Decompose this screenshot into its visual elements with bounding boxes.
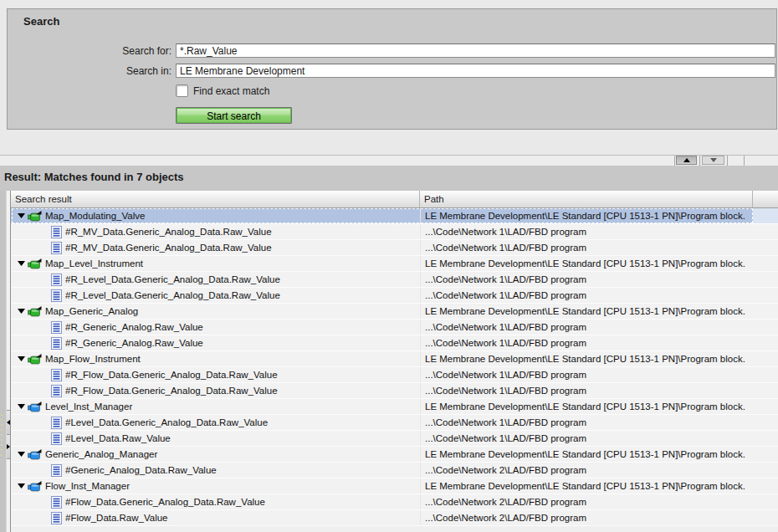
result-label: Map_Generic_Analog <box>45 306 138 316</box>
result-path: ...\Code\Network 1\LAD/FBD program <box>425 417 586 427</box>
result-label: #Level_Data.Generic_Analog_Data.Raw_Valu… <box>65 417 268 427</box>
result-match-row[interactable]: #R_Generic_Analog.Raw_Value...\Code\Netw… <box>11 320 778 335</box>
result-header-band: Result: Matches found in 7 objects <box>0 166 778 191</box>
result-match-row[interactable]: #R_Level_Data.Generic_Analog_Data.Raw_Va… <box>11 288 778 304</box>
results-table: Search result Path Map_Modulating_ValveL… <box>11 191 778 532</box>
result-label: Flow_Inst_Manager <box>45 481 130 491</box>
expander-icon[interactable] <box>17 404 25 409</box>
results-table-header: Search result Path <box>11 191 778 208</box>
fb-block-icon <box>28 481 42 492</box>
result-path: LE Membrane Development\LE Standard [CPU… <box>425 449 745 459</box>
result-spare-cell <box>753 240 778 255</box>
exact-match-label: Find exact match <box>193 85 269 97</box>
result-spare-cell <box>753 335 778 350</box>
search-in-input[interactable] <box>176 64 775 78</box>
expander-icon[interactable] <box>17 483 25 489</box>
result-parent-row[interactable]: Map_Level_InstrumentLE Membrane Developm… <box>11 256 778 272</box>
result-spare-cell <box>753 447 778 462</box>
result-parent-row[interactable]: Map_Modulating_ValveLE Membrane Developm… <box>11 208 778 224</box>
toolbar-separator <box>727 156 728 166</box>
result-path: ...\Code\Network 2\LAD/FBD program <box>425 497 586 507</box>
result-match-row[interactable]: #R_MV_Data.Generic_Analog_Data.Raw_Value… <box>11 224 778 240</box>
result-path: LE Membrane Development\LE Standard [CPU… <box>425 402 745 412</box>
collapse-left-button[interactable] <box>7 411 10 434</box>
result-match-row[interactable]: #R_Generic_Analog.Raw_Value...\Code\Netw… <box>11 335 778 351</box>
result-label: #Generic_Analog_Data.Raw_Value <box>65 465 217 475</box>
statement-icon <box>51 226 62 238</box>
result-spare-cell <box>753 304 778 319</box>
exact-match-checkbox[interactable] <box>176 84 188 97</box>
statement-icon <box>51 385 62 397</box>
fc-block-icon <box>28 354 42 365</box>
result-label: Generic_Analog_Manager <box>45 449 157 459</box>
result-spare-cell <box>753 415 778 430</box>
result-parent-row[interactable]: Map_Generic_AnalogLE Membrane Developmen… <box>11 304 778 320</box>
statement-icon <box>51 432 62 445</box>
result-parent-row[interactable]: Flow_Inst_ManagerLE Membrane Development… <box>11 478 778 494</box>
search-for-input[interactable] <box>176 43 775 58</box>
result-label: Map_Level_Instrument <box>45 258 143 269</box>
toolbar-separator <box>699 156 700 166</box>
result-label: Map_Modulating_Valve <box>45 211 145 221</box>
expander-icon[interactable] <box>17 356 25 361</box>
result-label: #Flow_Data.Generic_Analog_Data.Raw_Value <box>65 497 265 507</box>
result-label: #R_Generic_Analog.Raw_Value <box>65 338 203 348</box>
result-path: ...\Code\Network 1\LAD/FBD program <box>425 243 586 253</box>
expander-icon[interactable] <box>17 261 25 266</box>
result-path: ...\Code\Network 1\LAD/FBD program <box>425 433 586 443</box>
result-match-row[interactable]: #R_MV_Data.Generic_Analog_Data.Raw_Value… <box>11 240 778 256</box>
start-search-button[interactable]: Start search <box>176 107 292 124</box>
splitter-grip-dots[interactable] <box>0 413 5 460</box>
result-spare-cell <box>753 320 778 335</box>
result-spare-cell <box>753 288 778 303</box>
result-match-row[interactable]: #R_Flow_Data.Generic_Analog_Data.Raw_Val… <box>11 383 778 399</box>
result-spare-cell <box>753 208 778 223</box>
result-match-row[interactable]: #Flow_Data.Raw_Value...\Code\Network 2\L… <box>11 510 778 526</box>
column-header-spare <box>753 191 778 207</box>
search-in-label: Search in: <box>8 65 171 77</box>
arrow-left-icon <box>7 420 10 425</box>
fb-block-icon <box>28 449 42 460</box>
column-header-path[interactable]: Path <box>420 191 753 207</box>
result-match-row[interactable]: #Flow_Data.Generic_Analog_Data.Raw_Value… <box>11 494 778 510</box>
result-parent-row[interactable]: Level_Inst_ManagerLE Membrane Developmen… <box>11 399 778 415</box>
result-parent-row[interactable]: Map_Flow_InstrumentLE Membrane Developme… <box>11 351 778 367</box>
result-match-row[interactable]: #R_Level_Data.Generic_Analog_Data.Raw_Va… <box>11 272 778 288</box>
result-path: ...\Code\Network 1\LAD/FBD program <box>425 274 586 284</box>
fc-block-icon <box>28 258 42 269</box>
collapse-right-button[interactable] <box>7 435 10 458</box>
next-match-button[interactable] <box>702 156 724 165</box>
result-label: #R_MV_Data.Generic_Analog_Data.Raw_Value <box>65 243 272 253</box>
result-label: #Flow_Data.Raw_Value <box>65 513 168 523</box>
result-path: LE Membrane Development\LE Standard [CPU… <box>425 481 745 491</box>
result-path: ...\Code\Network 1\LAD/FBD program <box>425 227 586 237</box>
splitter-separator <box>7 458 10 459</box>
result-path: LE Membrane Development\LE Standard [CPU… <box>425 258 745 269</box>
expander-icon[interactable] <box>17 213 25 218</box>
previous-match-button[interactable] <box>676 156 697 165</box>
statement-icon <box>51 289 62 302</box>
result-header-text: Result: Matches found in 7 objects <box>4 171 184 183</box>
tia-portal-search-window: { "search_panel": { "title": "Search", "… <box>0 0 778 532</box>
result-match-row[interactable]: #Generic_Analog_Data.Raw_Value...\Code\N… <box>11 463 778 478</box>
result-match-row[interactable]: #Level_Data.Raw_Value...\Code\Network 1\… <box>11 431 778 447</box>
column-header-search-result[interactable]: Search result <box>11 191 420 207</box>
fc-block-icon <box>28 211 42 222</box>
statement-icon <box>51 512 62 524</box>
result-nav-toolbar <box>0 155 778 166</box>
result-match-row[interactable]: #R_Flow_Data.Generic_Analog_Data.Raw_Val… <box>11 367 778 383</box>
result-match-row[interactable]: #Level_Data.Generic_Analog_Data.Raw_Valu… <box>11 415 778 431</box>
expander-icon[interactable] <box>17 309 25 314</box>
expander-icon[interactable] <box>17 452 25 457</box>
statement-icon <box>51 369 62 381</box>
result-path: ...\Code\Network 1\LAD/FBD program <box>425 338 586 348</box>
result-parent-row[interactable]: Generic_Analog_ManagerLE Membrane Develo… <box>11 447 778 463</box>
result-spare-cell <box>753 510 778 525</box>
result-path: ...\Code\Network 1\LAD/FBD program <box>425 386 586 396</box>
result-label: #R_MV_Data.Generic_Analog_Data.Raw_Value <box>65 227 272 237</box>
result-label: #R_Flow_Data.Generic_Analog_Data.Raw_Val… <box>65 370 278 380</box>
result-spare-cell <box>753 256 778 271</box>
result-path: LE Membrane Development\LE Standard [CPU… <box>425 354 745 364</box>
result-spare-cell <box>753 431 778 446</box>
exact-match-row: Find exact match <box>176 84 269 97</box>
